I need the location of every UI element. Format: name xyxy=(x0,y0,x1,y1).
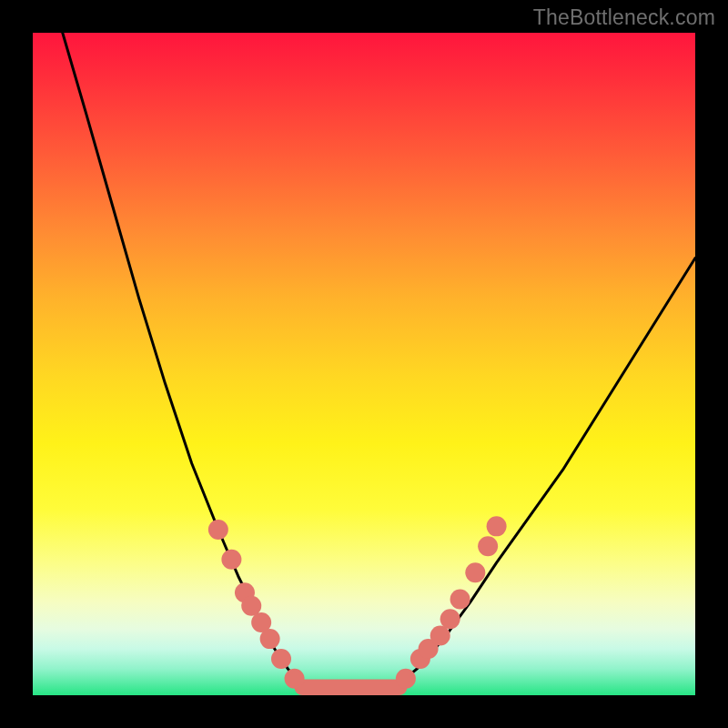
data-point xyxy=(487,516,507,536)
data-point xyxy=(221,550,241,570)
chart-svg xyxy=(33,33,695,695)
plot-area xyxy=(33,33,695,695)
data-point xyxy=(285,669,305,689)
data-point xyxy=(396,669,416,689)
data-point xyxy=(260,629,280,649)
marker-group xyxy=(208,516,507,688)
data-point xyxy=(208,520,228,540)
data-point xyxy=(465,562,485,582)
floor-bar-group xyxy=(295,680,408,695)
data-point xyxy=(271,649,291,669)
chart-frame: TheBottleneck.com xyxy=(0,0,728,728)
data-point xyxy=(450,589,470,609)
data-point xyxy=(440,609,460,629)
bottleneck-curve xyxy=(63,33,695,692)
watermark-text: TheBottleneck.com xyxy=(533,5,715,30)
data-point xyxy=(478,536,498,556)
curve-group xyxy=(63,33,695,692)
valley-floor-bar xyxy=(295,680,408,695)
